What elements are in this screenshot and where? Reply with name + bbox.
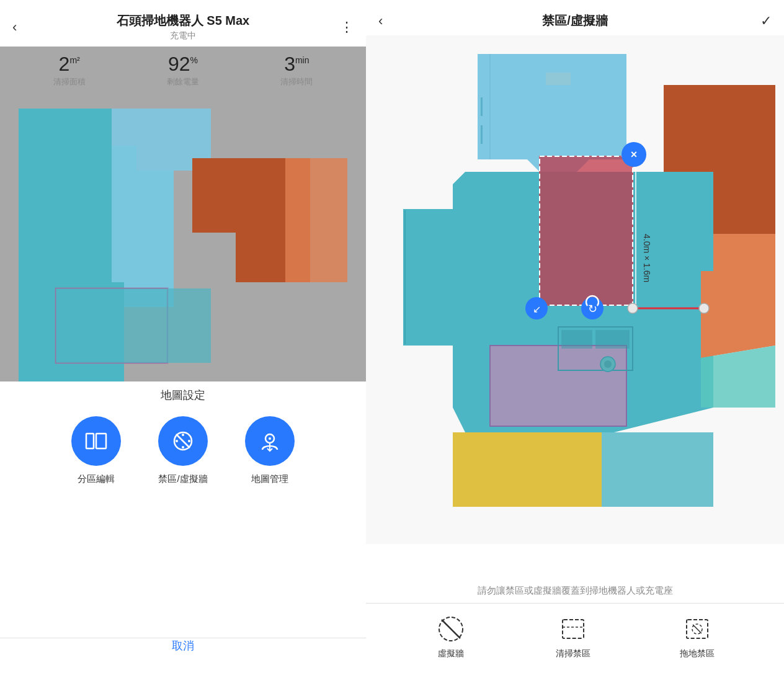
svg-rect-24 — [404, 210, 406, 344]
left-header: ‹ 石頭掃地機器人 S5 Max 充電中 ⋮ — [0, 0, 366, 47]
zone-edit-circle — [71, 416, 121, 466]
svg-point-17 — [269, 437, 271, 440]
map-manage-circle — [245, 416, 295, 466]
stat-area: 2m² 清掃面積 — [53, 54, 86, 87]
svg-rect-50 — [481, 125, 483, 144]
clean-zone-button[interactable]: 清掃禁區 — [556, 613, 590, 659]
zone-edit-label: 分區編輯 — [78, 473, 115, 485]
svg-text:↙: ↙ — [533, 304, 541, 314]
virtual-wall-label: 虛擬牆 — [438, 648, 464, 659]
svg-text:↻: ↻ — [588, 303, 597, 315]
map-manage-label: 地圖管理 — [251, 473, 288, 485]
right-back-button[interactable]: ‹ — [378, 13, 383, 29]
mop-zone-icon — [682, 613, 713, 645]
svg-rect-49 — [481, 97, 483, 116]
zone-edit-button[interactable]: 分區編輯 — [71, 416, 121, 485]
right-map[interactable]: 4.0m × 1.6m × ↙ ↻ — [366, 35, 784, 579]
svg-rect-9 — [96, 434, 106, 448]
mop-zone-label: 拖地禁區 — [680, 648, 715, 659]
bottom-toolbar: 虛擬牆 清掃禁區 拖地禁區 — [366, 603, 784, 678]
svg-rect-46 — [595, 330, 630, 349]
right-check-button[interactable]: ✓ — [760, 13, 772, 29]
stat-time-label: 清掃時間 — [280, 76, 313, 87]
device-name: 石頭掃地機器人 S5 Max — [117, 12, 249, 29]
no-go-zone-circle — [158, 416, 208, 466]
svg-rect-31 — [540, 156, 633, 305]
svg-rect-53 — [563, 620, 584, 638]
no-go-zone-label: 禁區/虛擬牆 — [158, 473, 207, 485]
svg-text:4.0m × 1.6m: 4.0m × 1.6m — [642, 234, 652, 282]
stat-battery: 92% 剩餘電量 — [167, 54, 199, 87]
svg-rect-45 — [561, 330, 592, 349]
left-back-button[interactable]: ‹ — [12, 19, 17, 35]
svg-marker-19 — [478, 54, 626, 172]
clean-zone-label: 清掃禁區 — [556, 648, 590, 659]
svg-rect-21 — [546, 73, 571, 85]
svg-line-11 — [176, 434, 190, 448]
warning-text: 請勿讓禁區或虛擬牆覆蓋到掃地機器人或充電座 — [366, 579, 784, 603]
virtual-wall-icon — [435, 613, 466, 645]
map-manage-button[interactable]: 地圖管理 — [245, 416, 295, 485]
stat-battery-value: 92% — [168, 54, 198, 74]
mop-zone-button[interactable]: 拖地禁區 — [680, 613, 715, 659]
right-panel: ‹ 禁區/虛擬牆 ✓ — [366, 0, 784, 678]
right-header: ‹ 禁區/虛擬牆 ✓ — [366, 0, 784, 35]
left-panel: ‹ 石頭掃地機器人 S5 Max 充電中 ⋮ — [0, 0, 366, 678]
svg-point-14 — [182, 446, 184, 448]
left-header-title: 石頭掃地機器人 S5 Max 充電中 — [117, 12, 249, 42]
stat-time-value: 3min — [284, 54, 309, 74]
no-go-zone-button[interactable]: 禁區/虛擬牆 — [158, 416, 208, 485]
svg-line-52 — [442, 620, 460, 638]
svg-point-12 — [182, 434, 184, 436]
svg-marker-5 — [285, 158, 347, 282]
cancel-button[interactable]: 取消 — [172, 638, 194, 678]
stat-area-label: 清掃面積 — [53, 76, 86, 87]
svg-text:×: × — [631, 148, 638, 161]
svg-rect-8 — [86, 434, 94, 448]
device-status: 充電中 — [117, 30, 249, 42]
stat-area-value: 2m² — [59, 54, 80, 74]
svg-marker-28 — [453, 432, 602, 507]
svg-line-57 — [693, 625, 702, 633]
map-settings-title: 地圖設定 — [161, 388, 205, 403]
svg-point-43 — [699, 303, 709, 313]
svg-marker-29 — [602, 432, 713, 507]
virtual-wall-button[interactable]: 虛擬牆 — [435, 613, 466, 659]
svg-marker-7 — [56, 288, 211, 363]
svg-point-13 — [188, 440, 190, 442]
clean-zone-icon — [558, 613, 589, 645]
stat-time: 3min 清掃時間 — [280, 54, 313, 87]
svg-point-48 — [604, 360, 612, 368]
svg-point-42 — [628, 303, 638, 313]
left-map: 2m² 清掃面積 92% 剩餘電量 3min 清掃時間 — [0, 47, 366, 381]
settings-icons-row: 分區編輯 禁區/虛擬牆 — [0, 416, 366, 485]
stat-battery-label: 剩餘電量 — [167, 76, 199, 87]
right-header-title: 禁區/虛擬牆 — [542, 12, 608, 29]
left-more-button[interactable]: ⋮ — [340, 19, 354, 35]
svg-point-15 — [176, 440, 178, 442]
svg-marker-23 — [403, 209, 465, 346]
